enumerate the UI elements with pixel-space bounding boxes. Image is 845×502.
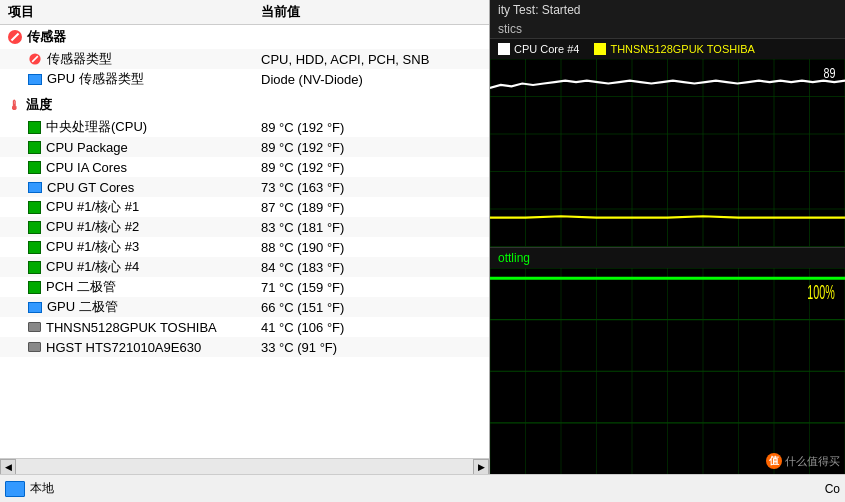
legend-gpu-color [594,43,606,55]
right-top-bar: ity Test: Started [490,0,845,20]
h-scroll-left[interactable]: ◀ [0,459,16,475]
temp-item-value: 88 °C (190 °F) [261,240,481,255]
status-bar: 本地 Co [0,474,845,502]
temp-row-name: CPU #1/核心 #1 [28,198,261,216]
temp-section-header: 🌡 温度 [0,93,489,117]
temp-item-label: CPU IA Cores [46,160,127,175]
left-panel: 项目 当前值 传感器 传感器类型 CPU, HDD, ACPI, PCH, SN… [0,0,490,474]
green-square-icon [28,201,41,214]
temp-row-name: CPU #1/核心 #2 [28,218,261,236]
temp-item-value: 83 °C (181 °F) [261,220,481,235]
temp-items-container: 中央处理器(CPU) 89 °C (192 °F) CPU Package 89… [0,117,489,357]
legend-gpu-text: THNSN5128GPUK TOSHIBA [610,43,754,55]
temp-item-label: HGST HTS721010A9E630 [46,340,201,355]
temp-row-name: CPU #1/核心 #4 [28,258,261,276]
temp-item-label: THNSN5128GPUK TOSHIBA [46,320,217,335]
temp-item-value: 71 °C (159 °F) [261,280,481,295]
temp-item-label: CPU #1/核心 #1 [46,198,139,216]
green-square-icon [28,221,41,234]
temp-item-label: CPU #1/核心 #3 [46,238,139,256]
temp-item-value: 33 °C (91 °F) [261,340,481,355]
green-square-icon [28,121,41,134]
temp-row-name: HGST HTS721010A9E630 [28,340,261,355]
temp-row: CPU IA Cores 89 °C (192 °F) [0,157,489,177]
temp-row-name: 中央处理器(CPU) [28,118,261,136]
graph1-section: stics CPU Core #4 THNSN5128GPUK TOSHIBA [490,20,845,247]
sensor-type-icon [29,53,40,64]
watermark: 值 什么值得买 [766,453,840,469]
monitor-icon [28,302,42,313]
graph2-section: ottling [490,247,845,475]
legend-cpu-color [498,43,510,55]
chart2-svg: 100% [490,268,845,475]
temp-row: GPU 二极管 66 °C (151 °F) [0,297,489,317]
temp-item-value: 89 °C (192 °F) [261,160,481,175]
green-square-icon [28,141,41,154]
green-square-icon [28,261,41,274]
watermark-icon: 值 [766,453,782,469]
temp-row: CPU #1/核心 #4 84 °C (183 °F) [0,257,489,277]
h-scroll-right[interactable]: ▶ [473,459,489,475]
green-square-icon [28,281,41,294]
temp-item-value: 89 °C (192 °F) [261,140,481,155]
temp-row: 中央处理器(CPU) 89 °C (192 °F) [0,117,489,137]
temp-label: 温度 [26,96,52,114]
temp-item-value: 73 °C (163 °F) [261,180,481,195]
right-panel: ity Test: Started stics CPU Core #4 THNS… [490,0,845,474]
col-value-header: 当前值 [261,3,481,21]
thermometer-icon: 🌡 [8,98,21,113]
temp-row-name: CPU GT Cores [28,180,261,195]
temp-row: CPU GT Cores 73 °C (163 °F) [0,177,489,197]
graph2-header: ottling [490,248,845,268]
temp-item-label: CPU #1/核心 #4 [46,258,139,276]
green-square-icon [28,161,41,174]
left-scroll-wrapper: 传感器 传感器类型 CPU, HDD, ACPI, PCH, SNB GPU 传… [0,25,489,458]
temp-row: PCH 二极管 71 °C (159 °F) [0,277,489,297]
temp-row: CPU Package 89 °C (192 °F) [0,137,489,157]
local-label: 本地 [30,480,54,497]
temp-item-value: 87 °C (189 °F) [261,200,481,215]
temp-row-name: GPU 二极管 [28,298,261,316]
graph2-label: ottling [498,251,530,265]
h-scrollbar[interactable]: ◀ ▶ [0,458,489,474]
temp-row-name: CPU IA Cores [28,160,261,175]
sensor-icon [8,30,22,44]
temp-item-label: GPU 二极管 [47,298,118,316]
temp-row-name: THNSN5128GPUK TOSHIBA [28,320,261,335]
col-item-header: 项目 [8,3,261,21]
main-content: 项目 当前值 传感器 传感器类型 CPU, HDD, ACPI, PCH, SN… [0,0,845,474]
sensor-section-header: 传感器 [0,25,489,49]
sensor-type-row: 传感器类型 CPU, HDD, ACPI, PCH, SNB [0,49,489,69]
temp-row-name: CPU #1/核心 #3 [28,238,261,256]
legend-cpu: CPU Core #4 [498,43,579,55]
temp-row-name: PCH 二极管 [28,278,261,296]
monitor-icon [28,182,42,193]
chart2-area: 100% 值 什么值得买 [490,268,845,475]
gpu-sensor-row: GPU 传感器类型 Diode (NV-Diode) [0,69,489,89]
legend-gpu: THNSN5128GPUK TOSHIBA [594,43,754,55]
green-square-icon [28,241,41,254]
temp-item-label: PCH 二极管 [46,278,116,296]
svg-text:89: 89 [823,64,835,81]
temp-item-label: CPU GT Cores [47,180,134,195]
temp-row: HGST HTS721010A9E630 33 °C (91 °F) [0,337,489,357]
chart1-area: 89 [490,59,845,247]
h-scroll-track[interactable] [16,459,473,474]
temp-row-name: CPU Package [28,140,261,155]
temp-row: CPU #1/核心 #2 83 °C (181 °F) [0,217,489,237]
left-scroll-content[interactable]: 传感器 传感器类型 CPU, HDD, ACPI, PCH, SNB GPU 传… [0,25,489,458]
temp-item-label: CPU Package [46,140,128,155]
gpu-sensor-icon [28,74,42,85]
sensor-label: 传感器 [27,28,66,46]
hdd-icon [28,342,41,352]
temp-item-value: 89 °C (192 °F) [261,120,481,135]
temp-item-label: 中央处理器(CPU) [46,118,147,136]
sensor-type-value: CPU, HDD, ACPI, PCH, SNB [261,52,481,67]
svg-text:100%: 100% [807,280,835,303]
hdd-icon [28,322,41,332]
legend-cpu-text: CPU Core #4 [514,43,579,55]
chart1-svg: 89 [490,59,845,247]
watermark-text: 什么值得买 [785,454,840,469]
graph-legend: CPU Core #4 THNSN5128GPUK TOSHIBA [490,39,845,59]
temp-item-value: 66 °C (151 °F) [261,300,481,315]
